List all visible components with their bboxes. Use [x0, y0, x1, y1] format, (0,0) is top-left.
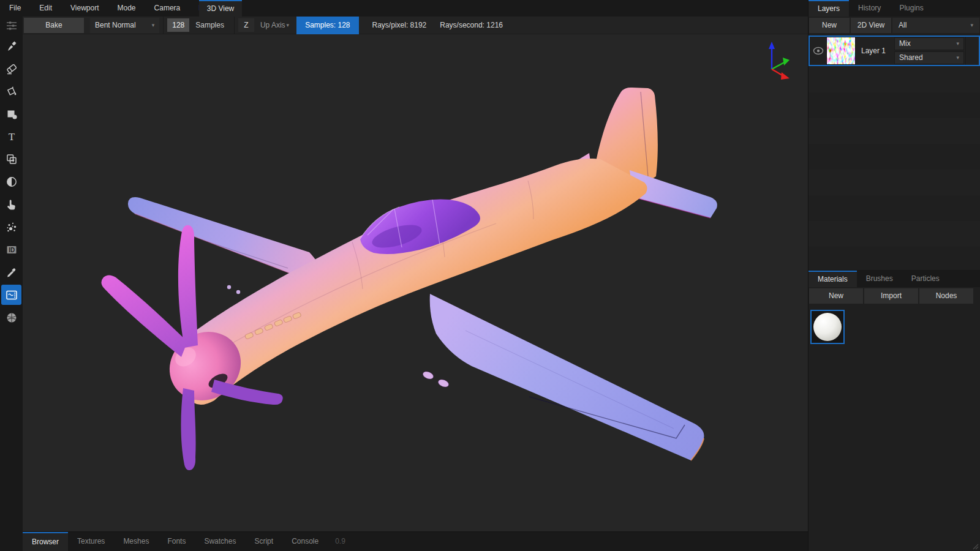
- tab-meshes[interactable]: Meshes: [114, 532, 158, 551]
- material-sphere-preview: [813, 313, 842, 341]
- toolbar-settings-button[interactable]: [0, 17, 23, 34]
- layers-tab-bar: Layers History Plugins: [809, 0, 980, 17]
- layer-dropdowns: Mix ▾ Shared ▾: [894, 37, 965, 64]
- samples-input-label: Samples: [195, 21, 224, 29]
- text-icon: T: [5, 130, 18, 143]
- new-layer-button[interactable]: New: [809, 18, 850, 33]
- tool-bake[interactable]: [1, 285, 21, 305]
- bake-panel-icon: [5, 288, 18, 302]
- rays-per-second-status: Rays/second: 1216: [440, 21, 503, 29]
- blend-mode-value: Mix: [899, 37, 911, 50]
- import-material-button[interactable]: Import: [864, 288, 918, 304]
- clone-icon: [5, 152, 18, 166]
- menu-edit[interactable]: Edit: [30, 0, 61, 17]
- workspace-tab-3d-view[interactable]: 3D View: [199, 0, 242, 17]
- samples-input[interactable]: 128: [167, 18, 189, 32]
- tab-fonts[interactable]: Fonts: [158, 532, 195, 551]
- tool-eraser[interactable]: [0, 57, 23, 80]
- tab-browser[interactable]: Browser: [23, 532, 68, 551]
- toolbar-divider: [234, 17, 235, 34]
- samples-status-button[interactable]: Samples: 128: [296, 17, 358, 34]
- chevron-down-icon: ▾: [956, 37, 959, 50]
- chevron-down-icon: ▾: [287, 22, 290, 28]
- materials-tab-bar: Materials Brushes Particles: [809, 271, 980, 287]
- airplane-model-render[interactable]: [23, 34, 808, 551]
- tab-script[interactable]: Script: [245, 532, 282, 551]
- tool-text[interactable]: T: [0, 125, 23, 148]
- tool-clone[interactable]: [0, 148, 23, 170]
- bake-mode-dropdown[interactable]: Bent Normal ▾: [90, 18, 159, 33]
- chevron-down-icon: ▾: [956, 51, 959, 64]
- tab-materials[interactable]: Materials: [809, 271, 857, 287]
- axis-gizmo[interactable]: [752, 39, 791, 80]
- tool-fill[interactable]: [0, 80, 23, 102]
- tab-brushes[interactable]: Brushes: [857, 271, 902, 287]
- viewport-3d[interactable]: Browser Textures Meshes Fonts Swatches S…: [23, 34, 808, 551]
- tab-history[interactable]: History: [849, 0, 890, 17]
- bake-button[interactable]: Bake: [24, 18, 84, 33]
- rays-per-pixel-status: Rays/pixel: 8192: [372, 21, 427, 29]
- svg-text:T: T: [8, 131, 15, 143]
- svg-text:ID: ID: [9, 246, 15, 253]
- sliders-icon: [5, 19, 18, 32]
- tab-plugins[interactable]: Plugins: [890, 0, 932, 17]
- decal-icon: [5, 107, 18, 121]
- layer-filter-dropdown[interactable]: All ▾: [892, 18, 979, 33]
- version-label: 0.9: [328, 532, 353, 551]
- brush-icon: [5, 39, 18, 53]
- tab-textures[interactable]: Textures: [68, 532, 114, 551]
- toolbar-divider: [163, 17, 164, 34]
- y-axis-arrow: [772, 62, 785, 69]
- tool-decal[interactable]: [0, 102, 23, 125]
- tab-layers[interactable]: Layers: [809, 0, 849, 17]
- tool-rail: T ID: [0, 17, 23, 551]
- colorid-icon: ID: [5, 243, 18, 257]
- layers-actions-row: New 2D View All ▾: [809, 17, 980, 34]
- menu-mode[interactable]: Mode: [108, 0, 145, 17]
- layer-thumbnail[interactable]: [827, 37, 855, 64]
- layer-name-label[interactable]: Layer 1: [855, 47, 894, 55]
- materials-section: Materials Brushes Particles New Import N…: [809, 270, 980, 344]
- tool-colorid[interactable]: ID: [0, 238, 23, 261]
- eyedropper-icon: [5, 266, 18, 279]
- materials-actions-row: New Import Nodes: [809, 287, 980, 305]
- tool-blur[interactable]: [0, 170, 23, 193]
- new-material-button[interactable]: New: [809, 288, 863, 304]
- share-mode-value: Shared: [899, 51, 923, 64]
- layer-row-selected[interactable]: Layer 1 Mix ▾ Shared ▾: [809, 36, 980, 66]
- tool-particle[interactable]: [0, 216, 23, 238]
- resize-handle[interactable]: [973, 544, 979, 550]
- layer-share-mode-dropdown[interactable]: Shared ▾: [894, 51, 964, 64]
- pointing-hand-icon: [5, 198, 18, 211]
- fill-bucket-icon: [5, 84, 18, 98]
- tab-particles[interactable]: Particles: [902, 271, 949, 287]
- eye-icon: [813, 47, 824, 55]
- tab-swatches[interactable]: Swatches: [195, 532, 245, 551]
- tool-brush[interactable]: [0, 34, 23, 57]
- bottom-tab-bar: Browser Textures Meshes Fonts Swatches S…: [23, 531, 808, 551]
- tool-material[interactable]: [0, 306, 23, 329]
- 2d-view-button[interactable]: 2D View: [851, 18, 891, 33]
- material-sphere-icon: [5, 311, 18, 324]
- chevron-down-icon: ▾: [152, 18, 155, 33]
- up-axis-value[interactable]: Z: [238, 18, 254, 32]
- tool-picker[interactable]: [0, 261, 23, 283]
- material-swatch-selected[interactable]: [810, 310, 845, 344]
- menu-viewport[interactable]: Viewport: [61, 0, 108, 17]
- chevron-down-icon: ▾: [970, 18, 973, 33]
- layers-empty-area: [809, 66, 980, 270]
- up-axis-label: Up Axis: [260, 21, 285, 29]
- layer-row-end-strip: [965, 37, 979, 65]
- nodes-button[interactable]: Nodes: [919, 288, 973, 304]
- particle-spray-icon: [5, 220, 18, 234]
- menu-file[interactable]: File: [0, 0, 30, 17]
- layer-visibility-toggle[interactable]: [810, 47, 827, 55]
- tab-console[interactable]: Console: [282, 532, 328, 551]
- eraser-icon: [5, 62, 18, 75]
- tool-smudge[interactable]: [0, 193, 23, 216]
- menu-camera[interactable]: Camera: [145, 0, 190, 17]
- blur-icon: [5, 175, 18, 189]
- layer-blend-mode-dropdown[interactable]: Mix ▾: [894, 37, 964, 50]
- bake-mode-value: Bent Normal: [95, 18, 136, 33]
- bake-toolbar: Bake Bent Normal ▾ 128 Samples Z Up Axis…: [23, 17, 808, 34]
